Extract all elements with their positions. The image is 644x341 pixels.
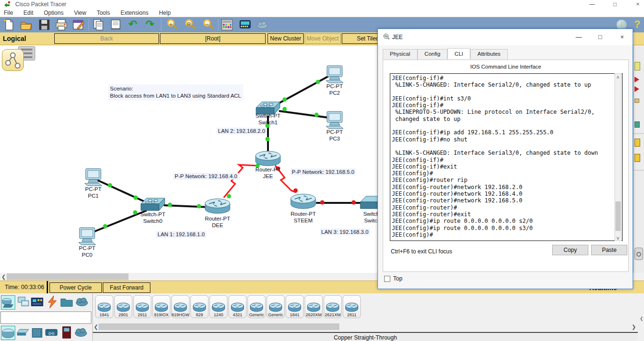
- device-dialog-icon[interactable]: [239, 19, 251, 31]
- device-model-button[interactable]: 2811: [343, 295, 361, 318]
- device-model-button[interactable]: 1941: [95, 295, 113, 318]
- tab-cli[interactable]: CLI: [447, 48, 470, 59]
- subcategory-wireless-icon[interactable]: ((•)): [45, 326, 59, 340]
- new-file-icon[interactable]: [3, 19, 15, 31]
- inspect-tool-icon[interactable]: [634, 99, 639, 103]
- device-router-steem[interactable]: [290, 193, 316, 210]
- device-switch0[interactable]: [140, 198, 166, 212]
- dialog-close-button[interactable]: ×: [615, 33, 629, 41]
- paste-icon[interactable]: [109, 19, 122, 31]
- subcategory-hubs-icon[interactable]: [30, 326, 45, 340]
- net-label-pp4[interactable]: P-P Network: 192.168.4.0: [173, 173, 238, 180]
- menu-item[interactable]: Edit: [23, 10, 33, 16]
- undo-icon[interactable]: ↶: [127, 19, 139, 31]
- device-model-button[interactable]: 2911: [133, 295, 151, 318]
- net-label-pp5[interactable]: P-P Network: 192.168.5.0: [290, 169, 356, 175]
- copy-icon[interactable]: [92, 19, 105, 31]
- print-icon[interactable]: [55, 19, 68, 31]
- scroll-left-icon[interactable]: ❮: [1, 273, 6, 281]
- dialog-minimize-button[interactable]: —: [572, 33, 586, 41]
- menu-item[interactable]: View: [74, 10, 86, 16]
- category-network-devices-icon[interactable]: [1, 295, 15, 310]
- palette-scrollbar[interactable]: ❮ ❯: [93, 323, 638, 331]
- add-complex-pdu-icon[interactable]: [634, 154, 640, 162]
- menu-item[interactable]: Help: [159, 10, 171, 16]
- restore-button[interactable]: □: [605, 1, 624, 8]
- menu-item[interactable]: Options: [44, 10, 63, 16]
- tab-physical[interactable]: Physical: [383, 49, 417, 60]
- move-object-button[interactable]: Move Object: [305, 33, 341, 44]
- device-pc2[interactable]: [325, 65, 344, 83]
- canvas-hscroll-thumb[interactable]: [7, 273, 129, 280]
- menu-item[interactable]: Tools: [97, 10, 110, 16]
- net-label-lan2[interactable]: LAN 2: 192.168.2.0: [217, 128, 267, 134]
- custom-devices-dialog-icon[interactable]: [221, 19, 233, 31]
- device-model-button[interactable]: 819HGW: [171, 295, 189, 318]
- activity-wizard-icon[interactable]: [72, 19, 85, 31]
- net-label-lan1[interactable]: LAN 1: 192.168.1.0: [156, 231, 206, 238]
- device-pc3[interactable]: [325, 111, 344, 129]
- cli-terminal[interactable]: JEE(config-if)# %LINK-5-CHANGED: Interfa…: [390, 73, 623, 241]
- category-end-devices-icon[interactable]: [17, 295, 31, 310]
- category-multiuser-cloud-icon[interactable]: [75, 295, 89, 310]
- top-checkbox[interactable]: [384, 276, 390, 282]
- category-connections-icon[interactable]: [46, 295, 60, 310]
- scenario-note[interactable]: Scenario: Block access from LAN1 to LAN3…: [108, 84, 243, 100]
- fast-forward-button[interactable]: Fast Forward Time: [103, 282, 150, 293]
- menu-item[interactable]: File: [4, 10, 13, 16]
- dialog-title-bar[interactable]: JEE — □ ×: [378, 29, 633, 45]
- terminal-scrollbar[interactable]: ˄ ˅: [614, 73, 622, 241]
- palette-scroll-thumb[interactable]: [99, 323, 339, 330]
- menu-item[interactable]: Extensions: [120, 10, 149, 16]
- terminal-scroll-thumb[interactable]: [615, 201, 621, 231]
- subcategory-switches-icon[interactable]: [16, 326, 30, 340]
- device-router-jee[interactable]: [255, 150, 281, 167]
- device-model-button[interactable]: Generic: [248, 295, 266, 318]
- device-model-button[interactable]: 819IOX: [152, 295, 170, 318]
- paste-button[interactable]: Paste: [591, 245, 627, 255]
- device-model-button[interactable]: 2620XM: [305, 295, 323, 318]
- drawer-toggle-icon[interactable]: [634, 248, 643, 260]
- palette-scroll-left-icon[interactable]: ❮: [94, 323, 98, 331]
- device-type-list-box[interactable]: [0, 311, 91, 324]
- subcategory-wan-cloud-icon[interactable]: [74, 326, 89, 340]
- back-button[interactable]: Back: [54, 33, 159, 44]
- logical-mode-label[interactable]: Logical: [3, 35, 26, 42]
- new-cluster-button[interactable]: New Cluster: [268, 33, 304, 44]
- dialog-maximize-button[interactable]: □: [593, 33, 607, 41]
- category-components-icon[interactable]: [30, 295, 45, 310]
- net-label-lan3[interactable]: LAN 3: 192.168.3.0: [320, 229, 370, 235]
- device-model-button[interactable]: 2621XM: [324, 295, 342, 318]
- subcategory-routers-icon[interactable]: [1, 326, 15, 340]
- resize-tool-icon[interactable]: [634, 121, 640, 128]
- device-model-button[interactable]: 1841: [286, 295, 304, 318]
- device-pc1[interactable]: [84, 168, 103, 186]
- delete-tool-icon2[interactable]: [634, 86, 639, 92]
- device-pc0[interactable]: [78, 227, 97, 245]
- close-button[interactable]: ×: [628, 1, 644, 8]
- cloud-dialog-icon[interactable]: [256, 19, 268, 31]
- root-button[interactable]: [Root]: [160, 33, 266, 44]
- help-icon[interactable]: ?: [634, 18, 640, 30]
- zoom-in-icon[interactable]: +: [166, 19, 178, 31]
- redo-icon[interactable]: ↷: [144, 19, 156, 31]
- device-model-button[interactable]: 1240: [209, 295, 228, 318]
- device-router-dee[interactable]: [205, 198, 230, 215]
- tab-attributes[interactable]: Attributes: [470, 49, 508, 60]
- power-cycle-button[interactable]: Power Cycle Devices: [50, 282, 102, 293]
- save-icon[interactable]: [38, 19, 50, 31]
- category-misc-folder-icon[interactable]: [60, 295, 74, 310]
- copy-button[interactable]: Copy: [552, 245, 588, 255]
- terminal-scroll-down-icon[interactable]: ˅: [616, 234, 619, 242]
- open-folder-icon[interactable]: [20, 19, 32, 31]
- subcategory-security-icon[interactable]: [60, 326, 74, 340]
- terminal-scroll-up-icon[interactable]: ˄: [616, 73, 619, 81]
- device-model-button[interactable]: 829: [190, 295, 208, 318]
- note-tool-icon[interactable]: [634, 62, 640, 70]
- zoom-out-icon[interactable]: −: [202, 19, 214, 31]
- panel-collapse-icon[interactable]: ❮: [640, 316, 644, 321]
- device-model-button[interactable]: 2901: [114, 295, 132, 318]
- zoom-reset-icon[interactable]: R: [184, 19, 196, 31]
- add-simple-pdu-icon[interactable]: [634, 139, 640, 147]
- delete-tool-icon[interactable]: [634, 77, 639, 82]
